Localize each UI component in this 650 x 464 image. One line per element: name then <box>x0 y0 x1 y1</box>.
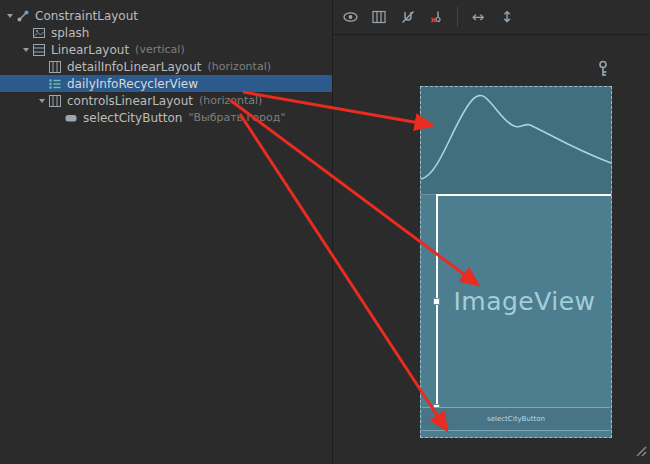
imageview-placeholder-label: ImageView <box>453 287 595 316</box>
layout-preview[interactable]: ImageView selectCityButton <box>420 86 612 438</box>
tree-item-label: detailInfoLinearLayout <box>67 60 202 74</box>
tree-item-label: ConstraintLayout <box>35 9 138 23</box>
toolbar-separator <box>457 7 458 27</box>
chart-curve <box>421 87 611 193</box>
resize-grip[interactable] <box>633 442 647 461</box>
linear-layout-vertical-icon <box>31 43 46 57</box>
tree-item-controlsLinearLayout[interactable]: controlsLinearLayout(horizontal) <box>0 92 332 109</box>
component-tree: ConstraintLayoutsplashLinearLayout(verti… <box>0 0 332 464</box>
tree-item-detailInfoLinearLayout[interactable]: detailInfoLinearLayout(horizontal) <box>0 58 332 75</box>
tree-item-annotation: (vertical) <box>135 43 185 56</box>
chevron-placeholder <box>36 59 47 75</box>
autoconnect-off-icon[interactable] <box>399 8 417 26</box>
button-icon <box>63 111 78 125</box>
chevron-down-icon[interactable] <box>4 8 15 24</box>
tree-item-splash[interactable]: splash <box>0 24 332 41</box>
key-icon[interactable] <box>596 60 610 82</box>
select-city-button-label: selectCityButton <box>487 415 545 423</box>
chevron-placeholder <box>36 76 47 92</box>
image-icon <box>31 26 46 40</box>
eye-icon[interactable] <box>341 8 359 26</box>
tree-item-label: controlsLinearLayout <box>67 94 193 108</box>
tree-item-label: splash <box>51 26 89 40</box>
chevron-down-icon[interactable] <box>36 93 47 109</box>
tree-item-annotation: (horizontal) <box>199 94 262 107</box>
tree-item-dailyInfoRecyclerView[interactable]: dailyInfoRecyclerView <box>0 75 332 92</box>
select-city-button-widget[interactable]: selectCityButton <box>422 407 610 431</box>
detail-info-chart-region[interactable] <box>421 87 611 195</box>
clear-constraints-icon[interactable] <box>428 8 446 26</box>
design-panel: ↔↕ ImageView <box>333 0 650 464</box>
constraint-layout-icon <box>15 9 30 23</box>
recycler-view-region[interactable]: ImageView <box>436 194 611 407</box>
selection-handle-left[interactable] <box>433 298 440 305</box>
tree-item-label: dailyInfoRecyclerView <box>67 77 198 91</box>
design-surface[interactable]: ImageView selectCityButton <box>333 36 650 464</box>
recycler-view-icon <box>47 77 62 91</box>
tree-item-ConstraintLayout[interactable]: ConstraintLayout <box>0 7 332 24</box>
chevron-placeholder <box>52 110 63 126</box>
tree-item-label: selectCityButton <box>83 111 182 125</box>
tree-item-annotation: "Выбрать город" <box>188 111 285 124</box>
chevron-placeholder <box>20 25 31 41</box>
tree-item-LinearLayout[interactable]: LinearLayout(vertical) <box>0 41 332 58</box>
tree-item-selectCityButton[interactable]: selectCityButton"Выбрать город" <box>0 109 332 126</box>
tree-item-label: LinearLayout <box>51 43 129 57</box>
tree-item-annotation: (horizontal) <box>208 60 271 73</box>
layout-editor-window: ConstraintLayoutsplashLinearLayout(verti… <box>0 0 650 464</box>
resize-horizontal-icon[interactable]: ↔ <box>469 8 487 26</box>
design-toolbar: ↔↕ <box>333 0 650 35</box>
resize-vertical-icon[interactable]: ↕ <box>498 8 516 26</box>
column-guides-icon[interactable] <box>370 8 388 26</box>
linear-layout-horizontal-icon <box>47 94 62 108</box>
linear-layout-horizontal-icon <box>47 60 62 74</box>
chevron-down-icon[interactable] <box>20 42 31 58</box>
